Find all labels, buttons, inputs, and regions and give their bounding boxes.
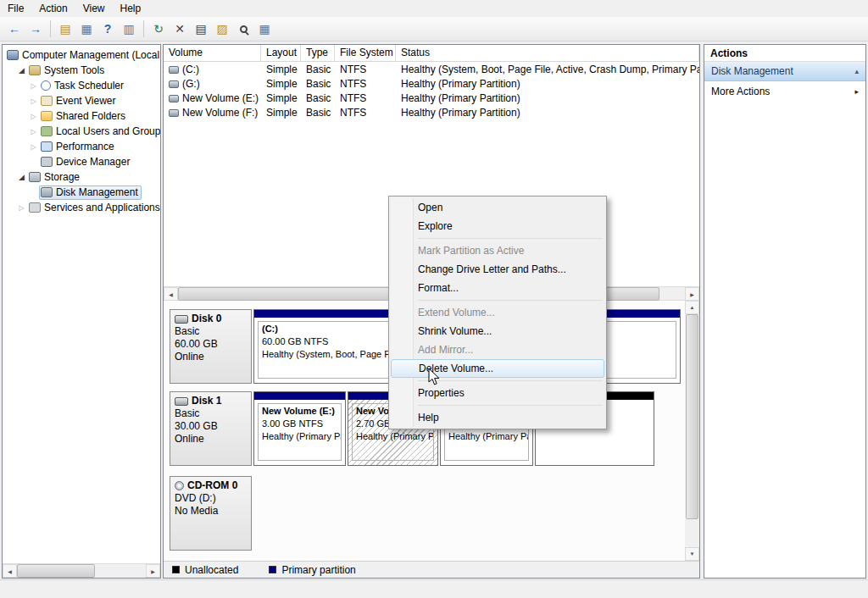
tree-item-storage[interactable]: ◢ Storage: [3, 169, 160, 185]
refresh-button[interactable]: ↻: [148, 19, 169, 39]
menu-item-delete-volume[interactable]: Delete Volume...: [391, 359, 604, 378]
column-header-layout[interactable]: Layout: [261, 45, 301, 62]
menu-view[interactable]: View: [75, 1, 113, 16]
volume-row-c[interactable]: (C:) Simple Basic NTFS Healthy (System, …: [164, 62, 699, 76]
scroll-up-button[interactable]: ▲: [685, 301, 699, 314]
cell-file-system: NTFS: [335, 78, 396, 90]
performance-monitor-icon: [41, 141, 53, 152]
collapsed-arrow-icon[interactable]: ▷: [16, 204, 27, 212]
views-button[interactable]: ▦: [254, 19, 275, 39]
primary-partition-swatch: [269, 566, 276, 573]
tree-item-device-manager[interactable]: Device Manager: [3, 154, 160, 169]
more-actions-item[interactable]: More Actions ▸: [704, 81, 865, 101]
column-header-type[interactable]: Type: [301, 45, 335, 62]
actions-section-label: Disk Management: [711, 65, 793, 77]
tree-item-system-tools[interactable]: ◢ System Tools: [3, 63, 160, 78]
cell-layout: Simple: [261, 64, 301, 75]
computer-icon: [7, 50, 19, 60]
menu-separator: [418, 238, 603, 239]
menu-item-change-drive-letter-and-paths[interactable]: Change Drive Letter and Paths...: [391, 260, 604, 279]
actions-section-disk-management[interactable]: Disk Management ▴: [704, 62, 865, 81]
hard-disk-icon: [175, 397, 188, 406]
back-button[interactable]: ←: [4, 19, 25, 39]
menu-separator: [418, 405, 603, 406]
find-button[interactable]: [233, 19, 253, 39]
tree-item-disk-management[interactable]: Disk Management: [3, 185, 160, 200]
menu-item-open[interactable]: Open: [391, 198, 604, 217]
tree-label: Services and Applications: [44, 202, 160, 213]
menu-file[interactable]: File: [0, 1, 31, 16]
disk-1-info-box[interactable]: Disk 1 Basic 30.00 GB Online: [170, 391, 252, 466]
show-hide-action-pane-button[interactable]: ▥: [119, 19, 139, 39]
cdrom-0-info-box[interactable]: CD-ROM 0 DVD (D:) No Media: [170, 476, 252, 551]
volume-row-f[interactable]: New Volume (F:) Simple Basic NTFS Health…: [164, 105, 699, 119]
collapse-chevron-icon[interactable]: ▴: [854, 67, 859, 75]
cell-file-system: NTFS: [335, 107, 396, 119]
scrollbar-track: [659, 287, 685, 300]
collapsed-arrow-icon[interactable]: ▷: [28, 143, 39, 151]
services-icon: [29, 202, 41, 213]
tree-label: Device Manager: [56, 156, 130, 168]
tree-item-shared-folders[interactable]: ▷ Shared Folders: [3, 108, 160, 124]
tree-label: Storage: [44, 171, 80, 183]
collapsed-arrow-icon[interactable]: ▷: [28, 128, 39, 136]
menu-item-properties[interactable]: Properties: [391, 384, 604, 402]
expanded-arrow-icon[interactable]: ◢: [16, 173, 27, 181]
cell-file-system: NTFS: [335, 92, 396, 104]
column-header-status[interactable]: Status: [396, 45, 699, 62]
tree-item-performance[interactable]: ▷ Performance: [3, 139, 160, 154]
volume-icon: [169, 95, 179, 102]
expanded-arrow-icon[interactable]: ◢: [16, 66, 27, 75]
scroll-right-button[interactable]: ▶: [146, 564, 160, 578]
volume-row-g[interactable]: (G:) Simple Basic NTFS Healthy (Primary …: [164, 76, 699, 91]
tree-item-task-scheduler[interactable]: ▷ Task Scheduler: [3, 78, 160, 93]
disk-status: Online: [175, 351, 247, 363]
partition-legend: Unallocated Primary partition: [164, 561, 699, 578]
disk-0-info-box[interactable]: Disk 0 Basic 60.00 GB Online: [170, 309, 252, 384]
actions-pane: Actions Disk Management ▴ More Actions ▸: [704, 44, 866, 579]
scrollbar-thumb[interactable]: [17, 564, 95, 578]
system-tools-icon: [29, 65, 41, 75]
unallocated-swatch: [172, 566, 180, 573]
show-hide-console-tree-button[interactable]: ▦: [76, 19, 97, 39]
column-header-volume[interactable]: Volume: [164, 45, 261, 62]
tree-label: Shared Folders: [56, 110, 125, 122]
tree-label: Local Users and Groups: [56, 125, 160, 137]
tree-item-local-users-and-groups[interactable]: ▷ Local Users and Groups: [3, 124, 160, 139]
tree-item-computer-management[interactable]: Computer Management (Local: [3, 47, 160, 63]
status-bar: [0, 579, 868, 598]
volume-box-e[interactable]: New Volume (E:) 3.00 GB NTFS Healthy (Pr…: [253, 391, 346, 466]
volume-context-menu: Open Explore Mark Partition as Active Ch…: [388, 196, 607, 429]
legend-label: Primary partition: [281, 564, 355, 576]
export-list-button[interactable]: ▤: [55, 19, 75, 39]
collapsed-arrow-icon[interactable]: ▷: [28, 97, 39, 105]
scroll-left-button[interactable]: ◀: [164, 287, 178, 301]
properties-button[interactable]: ▤: [191, 19, 211, 39]
delete-button[interactable]: ✕: [170, 19, 190, 39]
volume-status: Healthy (Primary Partition): [448, 430, 525, 443]
menu-item-format[interactable]: Format...: [391, 279, 604, 297]
open-folder-button[interactable]: ▨: [212, 19, 232, 39]
volume-row-e[interactable]: New Volume (E:) Simple Basic NTFS Health…: [164, 91, 699, 105]
column-header-file-system[interactable]: File System: [335, 45, 396, 62]
menu-separator: [418, 300, 603, 301]
scroll-left-button[interactable]: ◀: [3, 564, 17, 578]
graphical-view-vertical-scrollbar: ▲ ▼: [685, 301, 699, 561]
tree-item-services-and-applications[interactable]: ▷ Services and Applications: [3, 200, 160, 215]
collapsed-arrow-icon[interactable]: ▷: [28, 82, 39, 90]
scroll-right-button[interactable]: ▶: [685, 287, 699, 301]
scrollbar-thumb[interactable]: [686, 314, 698, 519]
help-button[interactable]: ?: [97, 19, 118, 39]
collapsed-arrow-icon[interactable]: ▷: [28, 113, 39, 120]
scrollbar-track: [95, 564, 146, 578]
cell-volume: (C:): [164, 64, 261, 75]
menu-action[interactable]: Action: [31, 1, 75, 16]
tree-item-event-viewer[interactable]: ▷ Event Viewer: [3, 93, 160, 108]
menu-item-help[interactable]: Help: [391, 408, 604, 427]
menu-help[interactable]: Help: [113, 1, 149, 16]
menu-item-shrink-volume[interactable]: Shrink Volume...: [391, 322, 604, 341]
scroll-down-button[interactable]: ▼: [685, 547, 699, 561]
tree-label: Disk Management: [56, 186, 138, 198]
menu-item-explore[interactable]: Explore: [391, 217, 604, 235]
forward-button[interactable]: →: [25, 19, 46, 39]
